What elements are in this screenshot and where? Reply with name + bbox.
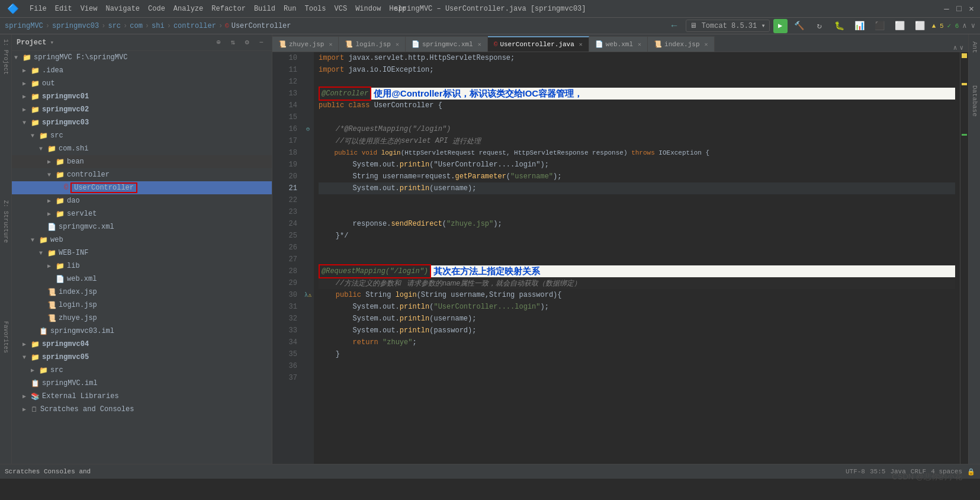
tab-usercontroller[interactable]: © UserController.java ✕ [488, 36, 589, 52]
run-config-select[interactable]: 🖥 Tomcat 8.5.31 ▾ [686, 20, 769, 32]
tree-item-src2[interactable]: ▶ 📁 src [12, 364, 272, 377]
tab-close[interactable]: ✕ [396, 41, 399, 48]
tab-close[interactable]: ✕ [478, 41, 481, 48]
menu-item-run[interactable]: Run [280, 4, 300, 14]
nav-back-button[interactable]: ← [666, 18, 682, 34]
breadcrumb-shi[interactable]: shi [152, 22, 165, 30]
breadcrumb-springmvc03[interactable]: springmvc03 [52, 22, 99, 30]
tab-springmvcxml[interactable]: 📄 springmvc.xml ✕ [406, 36, 488, 52]
tree-item-webinf[interactable]: ▼ 📁 WEB-INF [12, 246, 272, 259]
left-strip-favorites[interactable]: Favorites [1, 319, 10, 355]
tree-item-controller[interactable]: ▼ 📁 controller [12, 168, 272, 181]
code-line-18: public void login(HttpServletRequest req… [319, 147, 955, 159]
breadcrumb-controller[interactable]: controller [173, 22, 216, 30]
tree-item-indexjsp[interactable]: 📜 index.jsp [12, 286, 272, 299]
tree-label: springmvc03 [42, 118, 89, 127]
tree-item-loginjsp[interactable]: 📜 login.jsp [12, 299, 272, 312]
panel-expand-button[interactable]: ⇅ [227, 37, 239, 49]
menu-item-file[interactable]: File [26, 4, 50, 14]
tree-item-springmvc05[interactable]: ▼ 📁 springmvc05 [12, 351, 272, 364]
tree-item-springmvc02[interactable]: ▶ 📁 springmvc02 [12, 103, 272, 116]
panel-locate-button[interactable]: ⊕ [213, 37, 224, 49]
tree-item-lib[interactable]: ▶ 📁 lib [12, 259, 272, 273]
code-line-19: System.out.println("UserController....lo… [319, 159, 955, 171]
code-editor[interactable]: 10 11 12 13 14 15 16 17 18 19 20 21 22 2… [272, 52, 968, 464]
gutter-folding-icon[interactable]: ⊖ [306, 126, 310, 133]
debug-button[interactable]: 🐛 [831, 18, 848, 34]
toolbar-btn3[interactable]: ⬜ [912, 18, 928, 34]
menu-item-analyze[interactable]: Analyze [170, 4, 207, 14]
tree-item-springmvciml[interactable]: 📋 springMVC.iml [12, 377, 272, 390]
menu-item-vcs[interactable]: VCS [331, 4, 351, 14]
panel-actions[interactable]: ⊕ ⇅ ⚙ − [213, 37, 267, 49]
tree-item-src[interactable]: ▼ 📁 src [12, 129, 272, 142]
build-button[interactable]: 🔨 [791, 18, 808, 34]
left-strip-structure[interactable]: Z: Structure [1, 198, 10, 245]
tab-close[interactable]: ✕ [638, 41, 641, 48]
panel-dropdown[interactable]: ▾ [50, 39, 54, 46]
title-bar: 🔷 FileEditViewNavigateCodeAnalyzeRefacto… [0, 0, 980, 18]
right-tab-database[interactable]: Database [970, 83, 979, 119]
menu-item-navigate[interactable]: Navigate [102, 4, 143, 14]
tree-item-dao[interactable]: ▶ 📁 dao [12, 194, 272, 207]
window-controls[interactable]: — □ ✕ [943, 5, 975, 12]
tab-bar[interactable]: 📜 zhuye.jsp ✕ 📜 login.jsp ✕ 📄 springmvc.… [272, 34, 968, 52]
menu-item-code[interactable]: Code [144, 4, 169, 14]
project-tree[interactable]: ▼ 📁 springMVC F:\springMVC ▶ 📁 .idea ▶ 📁… [12, 51, 272, 464]
toolbar-btn2[interactable]: ⬜ [892, 18, 908, 34]
tab-webxml[interactable]: 📄 web.xml ✕ [589, 36, 648, 52]
breadcrumb-com[interactable]: com [130, 22, 143, 30]
panel-close-button[interactable]: − [255, 37, 267, 49]
tree-item-zhuyejsp[interactable]: 📜 zhuye.jsp [12, 312, 272, 325]
tab-close[interactable]: ✕ [329, 41, 332, 48]
run-button[interactable]: ▶ [773, 19, 788, 33]
tree-item-springmvc03[interactable]: ▼ 📁 springmvc03 [12, 116, 272, 129]
tree-item-usercontroller[interactable]: © UserController [12, 181, 272, 194]
tree-item-springmvc01[interactable]: ▶ 📁 springmvc01 [12, 90, 272, 103]
menu-item-build[interactable]: Build [250, 4, 279, 14]
tree-item-springmvcxml[interactable]: 📄 springmvc.xml [12, 220, 272, 233]
minimize-button[interactable]: — [943, 5, 950, 12]
tab-loginjsp[interactable]: 📜 login.jsp ✕ [339, 36, 405, 52]
tree-item-out[interactable]: ▶ 📁 out [12, 77, 272, 90]
left-strip-project[interactable]: 1: Project [1, 37, 10, 77]
reload-button[interactable]: ↻ [811, 18, 828, 34]
tree-item-springmvc03iml[interactable]: 📋 springmvc03.iml [12, 325, 272, 338]
tab-scroll-right[interactable]: ∨ [959, 44, 963, 52]
panel-settings-button[interactable]: ⚙ [241, 37, 253, 49]
toolbar-btn1[interactable]: ⬛ [872, 18, 888, 34]
menu-item-view[interactable]: View [77, 4, 101, 14]
menu-bar[interactable]: FileEditViewNavigateCodeAnalyzeRefactorB… [26, 4, 410, 14]
tree-item-springmvc04[interactable]: ▶ 📁 springmvc04 [12, 338, 272, 351]
code-line-28: @RequestMapping("/login") 其次在方法上指定映射关系 [319, 265, 955, 277]
menu-item-edit[interactable]: Edit [52, 4, 76, 14]
tree-item-springmvc-root[interactable]: ▼ 📁 springMVC F:\springMVC [12, 51, 272, 64]
tab-close[interactable]: ✕ [705, 41, 708, 48]
folder-icon: 📁 [31, 66, 40, 75]
tab-close[interactable]: ✕ [579, 41, 583, 48]
close-button[interactable]: ✕ [968, 5, 975, 12]
tree-item-idea[interactable]: ▶ 📁 .idea [12, 64, 272, 77]
tab-indexjsp[interactable]: 📜 index.jsp ✕ [648, 36, 714, 52]
code-content[interactable]: import javax.servlet.http.HttpServletRes… [314, 52, 960, 464]
breadcrumb-springmvc[interactable]: springMVC [5, 22, 43, 30]
tree-item-comshi[interactable]: ▼ 📁 com.shi [12, 142, 272, 155]
menu-item-tools[interactable]: Tools [301, 4, 330, 14]
tab-scroll-left[interactable]: ∧ [953, 44, 957, 52]
coverage-button[interactable]: 📊 [852, 18, 868, 34]
breadcrumb-src[interactable]: src [108, 22, 121, 30]
tab-zhuyejsp[interactable]: 📜 zhuye.jsp ✕ [272, 36, 339, 52]
maximize-button[interactable]: □ [955, 5, 963, 12]
code-line-36 [319, 360, 955, 372]
folder-icon: 📁 [31, 340, 40, 349]
breadcrumb-usercontroller[interactable]: UserController [232, 22, 291, 30]
menu-item-window[interactable]: Window [352, 4, 384, 14]
menu-item-refactor[interactable]: Refactor [208, 4, 249, 14]
tree-item-servlet[interactable]: ▶ 📁 servlet [12, 207, 272, 220]
tree-item-web[interactable]: ▼ 📁 web [12, 233, 272, 246]
right-tab-ant[interactable]: Ant [970, 39, 979, 56]
tree-item-external-libs[interactable]: ▶ 📚 External Libraries [12, 390, 272, 403]
tree-item-webxml[interactable]: 📄 web.xml [12, 273, 272, 286]
tree-item-scratches[interactable]: ▶ 🗒 Scratches and Consoles [12, 403, 272, 416]
tree-item-bean[interactable]: ▶ 📁 bean [12, 155, 272, 168]
